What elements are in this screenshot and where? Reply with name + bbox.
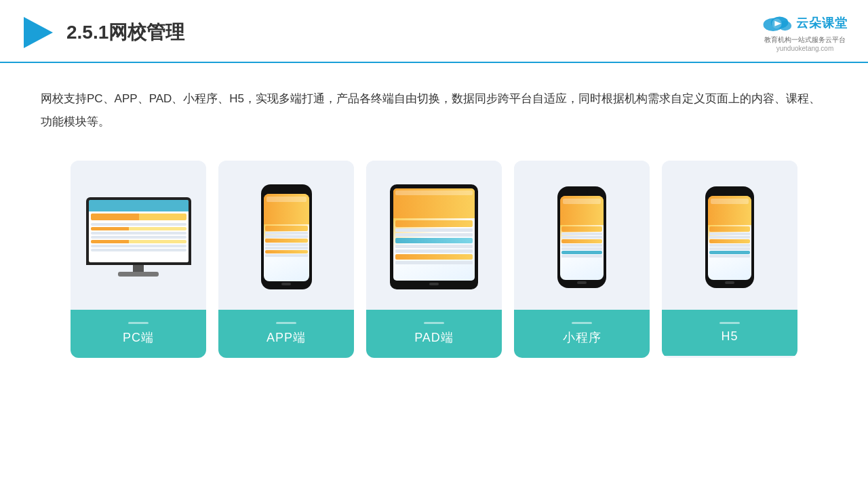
card-h5-label: H5 <box>662 310 797 356</box>
pc-image-area <box>71 161 206 310</box>
card-miniapp-label: 小程序 <box>514 310 650 358</box>
h5-phone-mockup <box>705 186 754 288</box>
app-image-area <box>218 161 354 310</box>
cards-container: PC端 <box>0 147 868 378</box>
pc-mockup <box>84 197 193 277</box>
miniapp-image-area <box>514 161 650 310</box>
card-miniapp: 小程序 <box>514 161 650 358</box>
card-pad-label: PAD端 <box>366 310 502 358</box>
play-icon <box>20 16 54 49</box>
pc-monitor <box>86 197 191 265</box>
card-app: APP端 <box>218 161 354 358</box>
description-text: 网校支持PC、APP、PAD、小程序、H5，实现多端打通，产品各终端自由切换，数… <box>0 63 868 147</box>
app-phone-mockup <box>261 184 312 289</box>
logo-text: 云朵课堂 <box>796 15 848 31</box>
card-app-label: APP端 <box>218 310 354 358</box>
page-header: 2.5.1网校管理 云朵课堂 教育机构一站式服务云平台 yunduoketang… <box>0 0 868 63</box>
header-left: 2.5.1网校管理 <box>20 16 184 49</box>
description-content: 网校支持PC、APP、PAD、小程序、H5，实现多端打通，产品各终端自由切换，数… <box>41 92 821 128</box>
card-pad: PAD端 <box>366 161 502 358</box>
svg-marker-0 <box>24 17 53 48</box>
pad-mockup <box>390 184 478 289</box>
miniapp-phone-mockup <box>557 186 606 288</box>
cloud-logo-icon <box>762 12 792 34</box>
card-h5: H5 <box>662 161 797 358</box>
card-pc: PC端 <box>71 161 206 358</box>
card-pc-label: PC端 <box>71 310 206 358</box>
pc-screen <box>89 200 189 262</box>
logo-domain: yunduoketang.com <box>776 45 834 52</box>
logo-area: 云朵课堂 教育机构一站式服务云平台 yunduoketang.com <box>762 12 848 52</box>
logo-subtitle: 教育机构一站式服务云平台 <box>764 35 846 45</box>
page-title: 2.5.1网校管理 <box>66 20 184 45</box>
pad-image-area <box>366 161 502 310</box>
logo-cloud: 云朵课堂 <box>762 12 848 34</box>
h5-image-area <box>662 161 797 310</box>
